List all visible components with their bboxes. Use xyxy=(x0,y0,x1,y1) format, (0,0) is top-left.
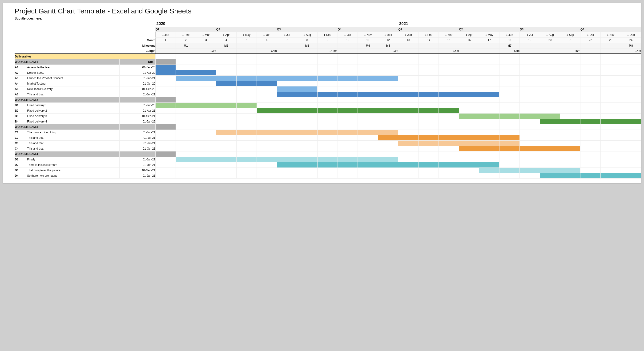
task-row[interactable]: B2Fixed delivery 201-Apr-21 xyxy=(15,108,641,113)
gantt-bar[interactable] xyxy=(236,130,256,135)
gantt-bar[interactable] xyxy=(459,162,479,167)
gantt-bar[interactable] xyxy=(216,103,236,108)
gantt-bar[interactable] xyxy=(479,140,500,146)
gantt-bar[interactable] xyxy=(338,75,358,81)
task-row[interactable]: C3This and that01-Jul-21 xyxy=(15,140,641,146)
gantt-bar[interactable] xyxy=(479,135,500,140)
gantt-bar[interactable] xyxy=(196,75,216,81)
gantt-bar[interactable] xyxy=(256,130,277,135)
gantt-bar[interactable] xyxy=(621,119,641,124)
task-row[interactable]: B4Fixed delivery 401-Jan-22 xyxy=(15,119,641,124)
gantt-bar[interactable] xyxy=(600,173,621,178)
gantt-bar[interactable] xyxy=(155,103,176,108)
gantt-bar[interactable] xyxy=(176,103,196,108)
gantt-bar[interactable] xyxy=(155,70,176,75)
gantt-bar[interactable] xyxy=(418,140,439,146)
gantt-bar[interactable] xyxy=(216,157,236,162)
gantt-bar[interactable] xyxy=(479,146,500,151)
gantt-bar[interactable] xyxy=(317,92,338,97)
gantt-bar[interactable] xyxy=(500,167,520,173)
gantt-bar[interactable] xyxy=(277,75,297,81)
gantt-bar[interactable] xyxy=(317,108,338,113)
gantt-bar[interactable] xyxy=(418,92,439,97)
gantt-bar[interactable] xyxy=(398,92,418,97)
task-row[interactable]: A4Market Testing01-Oct-20 xyxy=(15,81,641,86)
gantt-bar[interactable] xyxy=(398,140,418,146)
gantt-bar[interactable] xyxy=(459,146,479,151)
task-row[interactable]: C4This and that01-Oct-21 xyxy=(15,146,641,151)
gantt-bar[interactable] xyxy=(418,135,439,140)
task-row[interactable]: D4So there - we are happy01-Jan-21 xyxy=(15,173,641,178)
gantt-bar[interactable] xyxy=(378,108,398,113)
gantt-bar[interactable] xyxy=(580,173,600,178)
gantt-bar[interactable] xyxy=(297,75,317,81)
gantt-bar[interactable] xyxy=(196,157,216,162)
gantt-bar[interactable] xyxy=(338,162,358,167)
gantt-bar[interactable] xyxy=(176,70,196,75)
gantt-bar[interactable] xyxy=(418,162,439,167)
gantt-bar[interactable] xyxy=(297,162,317,167)
gantt-bar[interactable] xyxy=(216,130,236,135)
gantt-bar[interactable] xyxy=(277,162,297,167)
gantt-bar[interactable] xyxy=(520,113,540,119)
gantt-bar[interactable] xyxy=(621,173,641,178)
gantt-bar[interactable] xyxy=(398,108,418,113)
gantt-bar[interactable] xyxy=(277,130,297,135)
gantt-bar[interactable] xyxy=(358,92,378,97)
gantt-bar[interactable] xyxy=(277,86,297,92)
gantt-bar[interactable] xyxy=(418,108,439,113)
gantt-bar[interactable] xyxy=(196,70,216,75)
gantt-bar[interactable] xyxy=(439,108,459,113)
gantt-bar[interactable] xyxy=(439,92,459,97)
gantt-bar[interactable] xyxy=(256,75,277,81)
gantt-bar[interactable] xyxy=(520,167,540,173)
gantt-bar[interactable] xyxy=(459,135,479,140)
gantt-bar[interactable] xyxy=(317,162,338,167)
gantt-bar[interactable] xyxy=(176,75,196,81)
gantt-bar[interactable] xyxy=(378,162,398,167)
gantt-bar[interactable] xyxy=(500,146,520,151)
gantt-bar[interactable] xyxy=(338,108,358,113)
gantt-bar[interactable] xyxy=(297,92,317,97)
gantt-bar[interactable] xyxy=(479,167,500,173)
gantt-bar[interactable] xyxy=(277,92,297,97)
task-row[interactable]: A3Launch the Proof of Concept01-Jan-21 xyxy=(15,75,641,81)
gantt-bar[interactable] xyxy=(378,92,398,97)
gantt-bar[interactable] xyxy=(297,86,317,92)
gantt-bar[interactable] xyxy=(398,162,418,167)
gantt-bar[interactable] xyxy=(479,113,500,119)
task-row[interactable]: A6This and that01-Jun-21 xyxy=(15,92,641,97)
gantt-bar[interactable] xyxy=(358,162,378,167)
task-row[interactable]: B3Fixed delivery 301-Sep-21 xyxy=(15,113,641,119)
gantt-bar[interactable] xyxy=(378,157,398,162)
gantt-bar[interactable] xyxy=(378,130,398,135)
gantt-bar[interactable] xyxy=(560,173,580,178)
gantt-bar[interactable] xyxy=(439,140,459,146)
task-row[interactable]: D2There is this last stream01-Jun-21 xyxy=(15,162,641,167)
task-row[interactable]: C2This and that01-Jul-21 xyxy=(15,135,641,140)
gantt-bar[interactable] xyxy=(459,140,479,146)
gantt-bar[interactable] xyxy=(317,157,338,162)
task-row[interactable]: D1Finally01-Jan-21 xyxy=(15,157,641,162)
gantt-bar[interactable] xyxy=(459,92,479,97)
gantt-bar[interactable] xyxy=(338,157,358,162)
gantt-bar[interactable] xyxy=(560,146,580,151)
gantt-bar[interactable] xyxy=(297,130,317,135)
gantt-bar[interactable] xyxy=(277,108,297,113)
gantt-bar[interactable] xyxy=(317,75,338,81)
gantt-bar[interactable] xyxy=(256,81,277,86)
gantt-table[interactable]: 20202021Q1Q2Q3Q4Q1Q2Q3Q41-Jan1-Feb1-Mar1… xyxy=(14,21,641,179)
gantt-bar[interactable] xyxy=(297,108,317,113)
gantt-bar[interactable] xyxy=(580,119,600,124)
gantt-bar[interactable] xyxy=(600,119,621,124)
gantt-bar[interactable] xyxy=(540,119,560,124)
gantt-bar[interactable] xyxy=(338,92,358,97)
gantt-bar[interactable] xyxy=(560,167,580,173)
task-row[interactable]: D3That completes the picture01-Sep-21 xyxy=(15,167,641,173)
gantt-bar[interactable] xyxy=(459,113,479,119)
gantt-bar[interactable] xyxy=(358,130,378,135)
gantt-bar[interactable] xyxy=(520,146,540,151)
gantt-bar[interactable] xyxy=(479,92,500,97)
task-row[interactable]: A2Deliver Spec.01-Apr-20 xyxy=(15,70,641,75)
gantt-bar[interactable] xyxy=(500,140,520,146)
